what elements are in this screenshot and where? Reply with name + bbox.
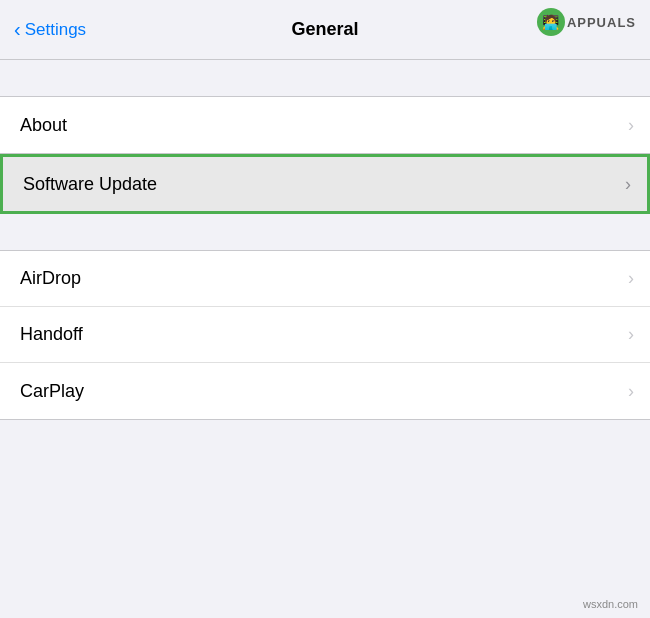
page-title: General xyxy=(291,19,358,40)
logo-icon: 🧑‍💻 xyxy=(537,8,565,36)
carplay-chevron-icon: › xyxy=(628,381,634,402)
back-chevron-icon: ‹ xyxy=(14,18,21,41)
airdrop-row[interactable]: AirDrop › xyxy=(0,251,650,307)
software-update-chevron-icon: › xyxy=(625,174,631,195)
section-software-update: Software Update › xyxy=(0,154,650,214)
airdrop-chevron-icon: › xyxy=(628,268,634,289)
top-spacer xyxy=(0,60,650,96)
handoff-chevron-icon: › xyxy=(628,324,634,345)
section-connectivity: AirDrop › Handoff › CarPlay › xyxy=(0,250,650,420)
handoff-row[interactable]: Handoff › xyxy=(0,307,650,363)
airdrop-label: AirDrop xyxy=(20,268,81,289)
software-update-row[interactable]: Software Update › xyxy=(0,154,650,214)
watermark: wsxdn.com xyxy=(583,598,638,610)
ios-settings-screen: ‹ Settings General 🧑‍💻 APPUALS About › S… xyxy=(0,0,650,618)
section-about: About › xyxy=(0,96,650,154)
about-label: About xyxy=(20,115,67,136)
navigation-bar: ‹ Settings General 🧑‍💻 APPUALS xyxy=(0,0,650,60)
appuals-logo: 🧑‍💻 APPUALS xyxy=(537,8,636,36)
about-row[interactable]: About › xyxy=(0,97,650,153)
handoff-label: Handoff xyxy=(20,324,83,345)
logo-text: APPUALS xyxy=(567,15,636,30)
carplay-label: CarPlay xyxy=(20,381,84,402)
back-label: Settings xyxy=(25,20,86,40)
middle-spacer xyxy=(0,214,650,250)
carplay-row[interactable]: CarPlay › xyxy=(0,363,650,419)
software-update-label: Software Update xyxy=(23,174,157,195)
back-button[interactable]: ‹ Settings xyxy=(14,18,86,41)
about-chevron-icon: › xyxy=(628,115,634,136)
